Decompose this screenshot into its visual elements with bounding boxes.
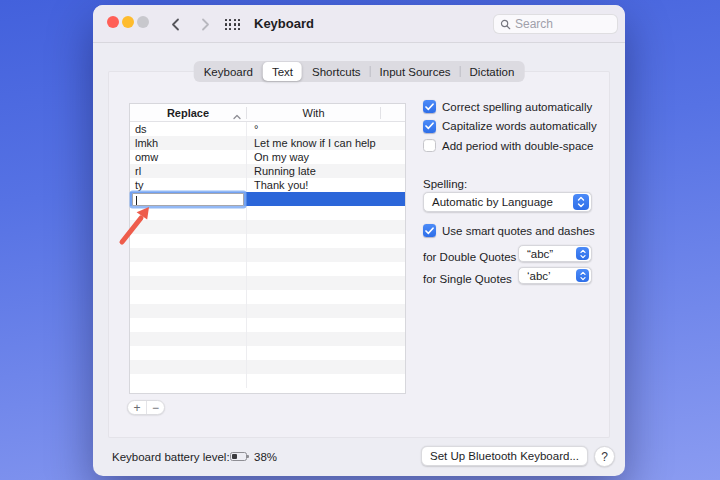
cell-with — [247, 332, 405, 346]
single-quotes-label: for Single Quotes — [423, 273, 512, 285]
table-row-empty[interactable] — [130, 332, 405, 346]
text-caret — [136, 196, 137, 205]
table-row-empty[interactable] — [130, 374, 405, 388]
sort-ascending-icon — [233, 110, 241, 122]
desktop-background: Keyboard KeyboardTextShortcutsInput Sour… — [0, 0, 720, 480]
tab-text[interactable]: Text — [263, 62, 302, 81]
forward-button[interactable] — [195, 14, 215, 34]
tab-keyboard[interactable]: Keyboard — [195, 62, 262, 81]
checked-checkbox[interactable] — [423, 120, 436, 133]
cell-with — [247, 290, 405, 304]
table-row-empty[interactable] — [130, 318, 405, 332]
battery-icon — [230, 452, 247, 461]
checkbox-label: Correct spelling automatically — [442, 101, 592, 113]
cell-replace: omw — [130, 150, 247, 164]
window-title: Keyboard — [254, 16, 314, 31]
minimize-window-button[interactable] — [122, 16, 134, 28]
battery-level-label: Keyboard battery level: — [112, 451, 230, 463]
search-field[interactable] — [493, 14, 618, 34]
checkbox-label: Capitalize words automatically — [442, 120, 597, 132]
tab-dictation[interactable]: Dictation — [461, 62, 524, 81]
new-replacement-input[interactable] — [132, 193, 244, 206]
checkbox-row[interactable]: Correct spelling automatically — [423, 100, 597, 113]
cell-with — [247, 346, 405, 360]
table-row[interactable]: ds° — [130, 122, 405, 136]
column-header-with[interactable]: With — [247, 107, 381, 119]
tab-shortcuts[interactable]: Shortcuts — [303, 62, 370, 81]
cell-replace — [130, 290, 247, 304]
column-header-replace[interactable]: Replace — [130, 107, 247, 119]
cell-replace — [130, 346, 247, 360]
battery-percent: 38% — [254, 451, 277, 463]
table-row[interactable]: rlRunning late — [130, 164, 405, 178]
cell-with — [247, 248, 405, 262]
spelling-popup-value: Automatic by Language — [424, 196, 573, 208]
back-chevron-icon — [171, 18, 180, 31]
unchecked-checkbox[interactable] — [423, 139, 436, 152]
table-row[interactable]: tyThank you! — [130, 178, 405, 192]
cell-with — [247, 360, 405, 374]
table-row[interactable]: lmkhLet me know if I can help — [130, 136, 405, 150]
cell-replace — [130, 206, 247, 220]
table-row-empty[interactable] — [130, 276, 405, 290]
cell-replace — [130, 304, 247, 318]
search-input[interactable] — [515, 17, 605, 31]
tab-input-sources[interactable]: Input Sources — [371, 62, 460, 81]
double-quotes-label: for Double Quotes — [423, 251, 516, 263]
checked-checkbox[interactable] — [423, 100, 436, 113]
titlebar: Keyboard — [93, 5, 625, 43]
setup-bluetooth-keyboard-button[interactable]: Set Up Bluetooth Keyboard... — [421, 446, 588, 466]
checkbox-row[interactable]: Add period with double-space — [423, 139, 597, 152]
table-row-empty[interactable] — [130, 360, 405, 374]
double-quotes-popup[interactable]: “abc” — [518, 245, 592, 262]
smart-quotes-checkbox-row[interactable]: Use smart quotes and dashes — [423, 224, 595, 237]
close-window-button[interactable] — [107, 16, 119, 28]
cell-with — [247, 318, 405, 332]
cell-replace — [130, 220, 247, 234]
text-replacement-table: Replace With ds°lmkhLet me know if I can… — [129, 103, 406, 394]
spelling-popup[interactable]: Automatic by Language — [423, 192, 592, 212]
cell-with: Running late — [247, 164, 405, 178]
search-icon — [500, 19, 511, 30]
double-quotes-popup-value: “abc” — [519, 248, 576, 260]
cell-with: ° — [247, 122, 405, 136]
cell-replace — [130, 248, 247, 262]
checkbox-label: Add period with double-space — [442, 140, 594, 152]
cell-replace — [130, 360, 247, 374]
cell-with: On my way — [247, 150, 405, 164]
table-row-empty[interactable] — [130, 304, 405, 318]
zoom-window-button-disabled — [137, 16, 149, 28]
table-row-selected-new[interactable] — [130, 192, 405, 206]
cell-with — [247, 192, 405, 206]
spelling-checkbox-group: Correct spelling automaticallyCapitalize… — [423, 100, 597, 152]
table-row-empty[interactable] — [130, 234, 405, 248]
forward-chevron-icon — [201, 18, 210, 31]
up-down-chevrons-icon — [576, 247, 589, 260]
help-button[interactable]: ? — [594, 446, 615, 467]
cell-replace — [130, 318, 247, 332]
single-quotes-popup[interactable]: ‘abc’ — [518, 267, 592, 284]
table-row[interactable]: omwOn my way — [130, 150, 405, 164]
table-row-empty[interactable] — [130, 262, 405, 276]
table-header: Replace With — [130, 104, 405, 122]
cell-with — [247, 220, 405, 234]
smart-quotes-checkbox[interactable] — [423, 224, 436, 237]
cell-replace: rl — [130, 164, 247, 178]
table-row-empty[interactable] — [130, 290, 405, 304]
smart-quotes-label: Use smart quotes and dashes — [442, 225, 595, 237]
table-row-empty[interactable] — [130, 220, 405, 234]
show-all-preferences-button[interactable] — [224, 18, 241, 31]
tab-bar: KeyboardTextShortcutsInput SourcesDictat… — [194, 61, 525, 82]
table-row-empty[interactable] — [130, 206, 405, 220]
table-row-empty[interactable] — [130, 248, 405, 262]
cell-with — [247, 234, 405, 248]
back-button[interactable] — [165, 14, 185, 34]
remove-replacement-button[interactable]: − — [146, 401, 164, 414]
checkbox-row[interactable]: Capitalize words automatically — [423, 120, 597, 133]
cell-with: Let me know if I can help — [247, 136, 405, 150]
cell-with — [247, 206, 405, 220]
add-replacement-button[interactable]: + — [128, 401, 146, 414]
table-row-empty[interactable] — [130, 346, 405, 360]
cell-replace: ds — [130, 122, 247, 136]
single-quotes-popup-value: ‘abc’ — [519, 270, 576, 282]
